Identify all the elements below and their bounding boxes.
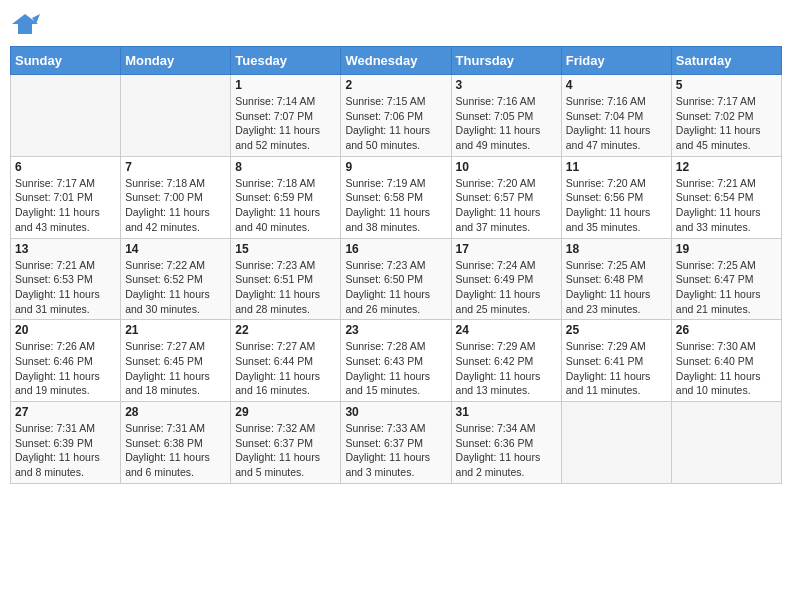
calendar-cell: 27Sunrise: 7:31 AMSunset: 6:39 PMDayligh…: [11, 402, 121, 484]
cell-day-number: 4: [566, 78, 667, 92]
cell-day-number: 13: [15, 242, 116, 256]
cell-info: Sunrise: 7:16 AMSunset: 7:04 PMDaylight:…: [566, 94, 667, 153]
logo-icon: [10, 10, 40, 38]
cell-day-number: 2: [345, 78, 446, 92]
calendar-cell: 23Sunrise: 7:28 AMSunset: 6:43 PMDayligh…: [341, 320, 451, 402]
cell-info: Sunrise: 7:19 AMSunset: 6:58 PMDaylight:…: [345, 176, 446, 235]
calendar-cell: 24Sunrise: 7:29 AMSunset: 6:42 PMDayligh…: [451, 320, 561, 402]
cell-day-number: 30: [345, 405, 446, 419]
calendar-cell: 31Sunrise: 7:34 AMSunset: 6:36 PMDayligh…: [451, 402, 561, 484]
calendar-cell: 5Sunrise: 7:17 AMSunset: 7:02 PMDaylight…: [671, 75, 781, 157]
calendar-cell: 20Sunrise: 7:26 AMSunset: 6:46 PMDayligh…: [11, 320, 121, 402]
header-day-thursday: Thursday: [451, 47, 561, 75]
calendar-cell: 7Sunrise: 7:18 AMSunset: 7:00 PMDaylight…: [121, 156, 231, 238]
cell-info: Sunrise: 7:15 AMSunset: 7:06 PMDaylight:…: [345, 94, 446, 153]
calendar-cell: 25Sunrise: 7:29 AMSunset: 6:41 PMDayligh…: [561, 320, 671, 402]
calendar-cell: 2Sunrise: 7:15 AMSunset: 7:06 PMDaylight…: [341, 75, 451, 157]
calendar-cell: 28Sunrise: 7:31 AMSunset: 6:38 PMDayligh…: [121, 402, 231, 484]
calendar-week-0: 1Sunrise: 7:14 AMSunset: 7:07 PMDaylight…: [11, 75, 782, 157]
cell-day-number: 17: [456, 242, 557, 256]
cell-day-number: 9: [345, 160, 446, 174]
cell-info: Sunrise: 7:27 AMSunset: 6:45 PMDaylight:…: [125, 339, 226, 398]
cell-day-number: 31: [456, 405, 557, 419]
calendar-header-row: SundayMondayTuesdayWednesdayThursdayFrid…: [11, 47, 782, 75]
cell-info: Sunrise: 7:34 AMSunset: 6:36 PMDaylight:…: [456, 421, 557, 480]
cell-day-number: 27: [15, 405, 116, 419]
cell-day-number: 5: [676, 78, 777, 92]
calendar-cell: 9Sunrise: 7:19 AMSunset: 6:58 PMDaylight…: [341, 156, 451, 238]
cell-day-number: 11: [566, 160, 667, 174]
cell-day-number: 18: [566, 242, 667, 256]
calendar-cell: 18Sunrise: 7:25 AMSunset: 6:48 PMDayligh…: [561, 238, 671, 320]
header-day-wednesday: Wednesday: [341, 47, 451, 75]
cell-info: Sunrise: 7:28 AMSunset: 6:43 PMDaylight:…: [345, 339, 446, 398]
cell-info: Sunrise: 7:17 AMSunset: 7:02 PMDaylight:…: [676, 94, 777, 153]
calendar-week-1: 6Sunrise: 7:17 AMSunset: 7:01 PMDaylight…: [11, 156, 782, 238]
cell-info: Sunrise: 7:33 AMSunset: 6:37 PMDaylight:…: [345, 421, 446, 480]
cell-day-number: 12: [676, 160, 777, 174]
cell-info: Sunrise: 7:31 AMSunset: 6:38 PMDaylight:…: [125, 421, 226, 480]
calendar-cell: 16Sunrise: 7:23 AMSunset: 6:50 PMDayligh…: [341, 238, 451, 320]
cell-day-number: 28: [125, 405, 226, 419]
cell-day-number: 3: [456, 78, 557, 92]
cell-info: Sunrise: 7:27 AMSunset: 6:44 PMDaylight:…: [235, 339, 336, 398]
calendar-cell: 14Sunrise: 7:22 AMSunset: 6:52 PMDayligh…: [121, 238, 231, 320]
cell-day-number: 8: [235, 160, 336, 174]
cell-day-number: 1: [235, 78, 336, 92]
cell-info: Sunrise: 7:20 AMSunset: 6:56 PMDaylight:…: [566, 176, 667, 235]
cell-info: Sunrise: 7:20 AMSunset: 6:57 PMDaylight:…: [456, 176, 557, 235]
header-day-monday: Monday: [121, 47, 231, 75]
logo: [10, 10, 44, 38]
cell-day-number: 21: [125, 323, 226, 337]
calendar-cell: [561, 402, 671, 484]
calendar-table: SundayMondayTuesdayWednesdayThursdayFrid…: [10, 46, 782, 484]
calendar-cell: [121, 75, 231, 157]
cell-info: Sunrise: 7:32 AMSunset: 6:37 PMDaylight:…: [235, 421, 336, 480]
calendar-cell: 13Sunrise: 7:21 AMSunset: 6:53 PMDayligh…: [11, 238, 121, 320]
calendar-cell: [671, 402, 781, 484]
calendar-cell: 30Sunrise: 7:33 AMSunset: 6:37 PMDayligh…: [341, 402, 451, 484]
cell-day-number: 22: [235, 323, 336, 337]
calendar-week-3: 20Sunrise: 7:26 AMSunset: 6:46 PMDayligh…: [11, 320, 782, 402]
cell-info: Sunrise: 7:25 AMSunset: 6:47 PMDaylight:…: [676, 258, 777, 317]
cell-day-number: 14: [125, 242, 226, 256]
cell-day-number: 7: [125, 160, 226, 174]
cell-day-number: 10: [456, 160, 557, 174]
header-day-friday: Friday: [561, 47, 671, 75]
calendar-cell: 15Sunrise: 7:23 AMSunset: 6:51 PMDayligh…: [231, 238, 341, 320]
cell-day-number: 16: [345, 242, 446, 256]
cell-day-number: 19: [676, 242, 777, 256]
header-day-sunday: Sunday: [11, 47, 121, 75]
cell-info: Sunrise: 7:31 AMSunset: 6:39 PMDaylight:…: [15, 421, 116, 480]
cell-info: Sunrise: 7:16 AMSunset: 7:05 PMDaylight:…: [456, 94, 557, 153]
cell-info: Sunrise: 7:18 AMSunset: 7:00 PMDaylight:…: [125, 176, 226, 235]
calendar-cell: 19Sunrise: 7:25 AMSunset: 6:47 PMDayligh…: [671, 238, 781, 320]
calendar-cell: 6Sunrise: 7:17 AMSunset: 7:01 PMDaylight…: [11, 156, 121, 238]
cell-info: Sunrise: 7:30 AMSunset: 6:40 PMDaylight:…: [676, 339, 777, 398]
cell-info: Sunrise: 7:22 AMSunset: 6:52 PMDaylight:…: [125, 258, 226, 317]
calendar-cell: 10Sunrise: 7:20 AMSunset: 6:57 PMDayligh…: [451, 156, 561, 238]
calendar-cell: 21Sunrise: 7:27 AMSunset: 6:45 PMDayligh…: [121, 320, 231, 402]
calendar-week-2: 13Sunrise: 7:21 AMSunset: 6:53 PMDayligh…: [11, 238, 782, 320]
cell-day-number: 23: [345, 323, 446, 337]
cell-info: Sunrise: 7:21 AMSunset: 6:54 PMDaylight:…: [676, 176, 777, 235]
cell-info: Sunrise: 7:26 AMSunset: 6:46 PMDaylight:…: [15, 339, 116, 398]
calendar-cell: 4Sunrise: 7:16 AMSunset: 7:04 PMDaylight…: [561, 75, 671, 157]
cell-day-number: 24: [456, 323, 557, 337]
cell-info: Sunrise: 7:24 AMSunset: 6:49 PMDaylight:…: [456, 258, 557, 317]
cell-info: Sunrise: 7:21 AMSunset: 6:53 PMDaylight:…: [15, 258, 116, 317]
cell-info: Sunrise: 7:23 AMSunset: 6:51 PMDaylight:…: [235, 258, 336, 317]
calendar-cell: 11Sunrise: 7:20 AMSunset: 6:56 PMDayligh…: [561, 156, 671, 238]
cell-day-number: 29: [235, 405, 336, 419]
header-day-saturday: Saturday: [671, 47, 781, 75]
calendar-cell: 12Sunrise: 7:21 AMSunset: 6:54 PMDayligh…: [671, 156, 781, 238]
cell-day-number: 25: [566, 323, 667, 337]
calendar-week-4: 27Sunrise: 7:31 AMSunset: 6:39 PMDayligh…: [11, 402, 782, 484]
cell-info: Sunrise: 7:14 AMSunset: 7:07 PMDaylight:…: [235, 94, 336, 153]
cell-day-number: 20: [15, 323, 116, 337]
calendar-cell: [11, 75, 121, 157]
calendar-cell: 22Sunrise: 7:27 AMSunset: 6:44 PMDayligh…: [231, 320, 341, 402]
cell-info: Sunrise: 7:29 AMSunset: 6:42 PMDaylight:…: [456, 339, 557, 398]
calendar-cell: 29Sunrise: 7:32 AMSunset: 6:37 PMDayligh…: [231, 402, 341, 484]
header-day-tuesday: Tuesday: [231, 47, 341, 75]
